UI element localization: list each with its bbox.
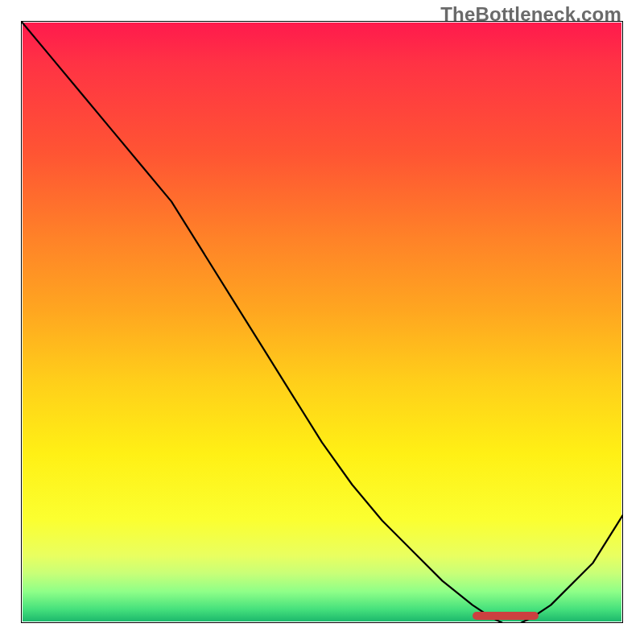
bottleneck-curve-path — [21, 21, 623, 623]
optimal-range-marker — [473, 612, 539, 620]
chart-container: TheBottleneck.com — [0, 0, 644, 644]
bottleneck-line-plot — [21, 21, 623, 623]
plot-area — [21, 21, 623, 623]
